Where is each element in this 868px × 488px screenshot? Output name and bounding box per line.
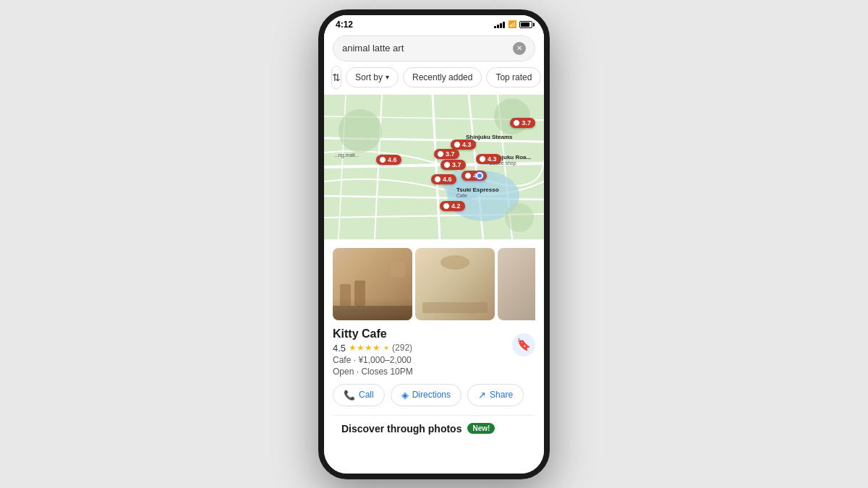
- action-buttons: 📞 Call ◈ Directions ↗ Share: [333, 384, 535, 406]
- call-button[interactable]: 📞 Call: [333, 384, 385, 406]
- svg-point-14: [494, 98, 530, 134]
- tsuki-espresso-label: Tsuki Espresso Cafe: [456, 187, 499, 198]
- brews-label: ...ng.malt...: [334, 153, 359, 158]
- recently-added-label: Recently added: [412, 72, 472, 82]
- search-bar[interactable]: animal latte art ✕: [333, 35, 535, 61]
- cafe-name: Kitty Cafe: [333, 328, 535, 341]
- directions-label: Directions: [412, 390, 451, 400]
- call-label: Call: [359, 390, 374, 400]
- stars: ★★★★: [349, 343, 380, 353]
- cafe-details: Cafe · ¥1,000–2,000: [333, 355, 535, 365]
- recently-added-chip[interactable]: Recently added: [403, 67, 482, 87]
- sort-icon-button[interactable]: ⇅: [331, 66, 341, 89]
- save-button[interactable]: 🔖: [512, 333, 535, 356]
- top-rated-label: Top rated: [495, 72, 532, 82]
- map-svg: [324, 95, 544, 239]
- close-time-value: Closes 10PM: [361, 367, 412, 377]
- sort-by-chip[interactable]: Sort by ▾: [346, 67, 399, 87]
- divider: [333, 415, 535, 416]
- map-pin-harajuku[interactable]: 4.3: [476, 154, 501, 164]
- sort-arrow-icon: ▾: [386, 73, 389, 81]
- share-icon: ↗: [478, 390, 486, 401]
- search-bar-container: animal latte art ✕: [324, 31, 544, 66]
- review-count: (292): [392, 343, 412, 353]
- share-button[interactable]: ↗ Share: [467, 384, 524, 406]
- user-location-dot: [476, 172, 483, 179]
- top-rated-chip[interactable]: Top rated: [486, 67, 541, 87]
- cafe-photo-2[interactable]: [415, 248, 495, 320]
- map-pin-top-right[interactable]: 3.7: [510, 118, 535, 128]
- share-label: Share: [490, 390, 513, 400]
- filter-row: ⇅ Sort by ▾ Recently added Top rated: [324, 66, 544, 95]
- map-pin-4[interactable]: 3.7: [441, 160, 466, 170]
- clear-search-button[interactable]: ✕: [513, 42, 526, 55]
- directions-button[interactable]: ◈ Directions: [391, 384, 461, 406]
- sort-by-label: Sort by: [355, 72, 383, 82]
- map-pin-tsuki[interactable]: 4.6: [431, 174, 456, 184]
- status-time: 4:12: [336, 20, 353, 30]
- phone-screen: 4:12 📶 animal latte art ✕: [324, 15, 544, 474]
- new-badge: New!: [467, 423, 495, 434]
- map-area[interactable]: Shinjuku Steams Cafe Harajuku Roa... Cof…: [324, 95, 544, 239]
- svg-point-15: [505, 203, 534, 232]
- discover-title: Discover through photos: [341, 423, 461, 435]
- svg-point-13: [339, 109, 382, 153]
- discover-section: Discover through photos New!: [333, 423, 535, 440]
- phone-frame: 4:12 📶 animal latte art ✕: [318, 9, 550, 479]
- photos-row: [333, 248, 535, 320]
- battery-icon: [519, 21, 532, 28]
- status-icons: 📶: [494, 20, 532, 28]
- rating-score: 4.5: [333, 343, 346, 354]
- category: Cafe: [333, 355, 351, 365]
- open-label: Open: [333, 367, 354, 377]
- status-bar: 4:12 📶: [324, 15, 544, 31]
- search-text: animal latte art: [342, 43, 513, 53]
- signal-icon: [494, 21, 505, 28]
- map-pin-2[interactable]: 3.7: [434, 149, 459, 159]
- cafe-photo-3[interactable]: [498, 248, 535, 320]
- map-pin-brews[interactable]: 4.6: [376, 155, 401, 165]
- call-icon: 📞: [344, 390, 355, 401]
- wifi-icon: 📶: [508, 20, 516, 28]
- rating-row: 4.5 ★★★★ ★ (292): [333, 343, 535, 354]
- price-range: ¥1,000–2,000: [358, 355, 411, 365]
- map-pin-shinjuku[interactable]: 4.3: [451, 140, 476, 150]
- open-status: Open · Closes 10PM: [333, 367, 535, 377]
- bookmark-icon: 🔖: [516, 338, 531, 351]
- directions-icon: ◈: [401, 390, 409, 401]
- map-pin-8[interactable]: 4.2: [440, 201, 465, 211]
- place-card: 🔖 Kitty Cafe 4.5 ★★★★ ★ (292) Cafe · ¥1,…: [324, 239, 544, 446]
- cafe-photo-1[interactable]: [333, 248, 412, 320]
- half-star-icon: ★: [383, 344, 389, 351]
